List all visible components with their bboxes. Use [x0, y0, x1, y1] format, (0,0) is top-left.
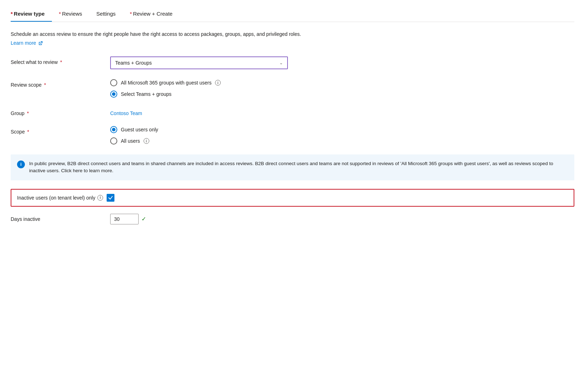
tab-reviews[interactable]: *Reviews — [59, 7, 90, 22]
form-section: Select what to review * Teams + Groups ⌄… — [11, 56, 574, 145]
checkmark-icon — [108, 195, 113, 200]
scope-label: Scope * — [11, 126, 110, 135]
tab-settings[interactable]: Settings — [96, 7, 123, 22]
group-label: Group * — [11, 108, 110, 116]
required-star-scope2: * — [26, 129, 29, 135]
scope-radio-group: Guest users only All users i — [110, 126, 574, 145]
info-icon-inactive-users[interactable]: i — [97, 195, 103, 201]
review-scope-row: Review scope * All Microsoft 365 groups … — [11, 79, 574, 98]
description-text: Schedule an access review to ensure the … — [11, 31, 574, 38]
radio-select-teams — [110, 91, 117, 98]
group-row: Group * Contoso Team — [11, 108, 574, 116]
select-what-label: Select what to review * — [11, 56, 110, 65]
inactive-users-row: Inactive users (on tenant level) only i — [11, 189, 574, 207]
nav-tabs: *Review type *Reviews Settings *Review +… — [11, 7, 574, 22]
required-star-select: * — [59, 59, 62, 65]
select-what-dropdown[interactable]: Teams + Groups ⌄ — [110, 56, 288, 69]
select-what-row: Select what to review * Teams + Groups ⌄ — [11, 56, 574, 69]
days-inactive-row: Days inactive ✓ — [11, 214, 574, 224]
radio-guest-only — [110, 126, 117, 133]
inactive-users-checkbox[interactable] — [107, 194, 114, 202]
group-link[interactable]: Contoso Team — [110, 108, 142, 116]
days-inactive-input[interactable] — [110, 214, 139, 224]
days-inactive-check-icon: ✓ — [141, 216, 146, 222]
scope-control: Guest users only All users i — [110, 126, 574, 145]
group-control: Contoso Team — [110, 108, 574, 116]
radio-all-users — [110, 137, 117, 145]
days-inactive-label: Days inactive — [11, 216, 110, 222]
review-scope-option-all-ms365[interactable]: All Microsoft 365 groups with guest user… — [110, 79, 574, 86]
review-scope-option-select-teams[interactable]: Select Teams + groups — [110, 91, 574, 98]
scope-option-all-users[interactable]: All users i — [110, 137, 574, 145]
tab-review-type[interactable]: *Review type — [11, 7, 52, 22]
scope-row: Scope * Guest users only All users i — [11, 126, 574, 145]
chevron-down-icon: ⌄ — [279, 60, 283, 65]
tab-review-create[interactable]: *Review + Create — [130, 7, 179, 22]
info-circle-icon: i — [17, 160, 25, 168]
required-star-group: * — [26, 110, 29, 116]
required-star: * — [130, 11, 132, 17]
review-scope-control: All Microsoft 365 groups with guest user… — [110, 79, 574, 98]
scope-option-guest-only[interactable]: Guest users only — [110, 126, 574, 133]
external-link-icon — [38, 41, 43, 45]
inactive-users-label: Inactive users (on tenant level) only i — [17, 195, 103, 201]
required-star: * — [59, 11, 61, 17]
learn-more-link[interactable]: Learn more — [11, 40, 43, 46]
required-star: * — [11, 11, 13, 17]
info-icon-all-ms365[interactable]: i — [215, 80, 221, 86]
review-scope-radio-group: All Microsoft 365 groups with guest user… — [110, 79, 574, 98]
days-inactive-input-wrapper: ✓ — [110, 214, 146, 224]
required-star-scope: * — [43, 82, 46, 88]
select-what-control: Teams + Groups ⌄ — [110, 56, 574, 69]
radio-all-ms365 — [110, 79, 117, 86]
info-icon-all-users[interactable]: i — [144, 138, 149, 144]
review-scope-label: Review scope * — [11, 79, 110, 88]
info-box: i In public preview, B2B direct connect … — [11, 154, 574, 180]
